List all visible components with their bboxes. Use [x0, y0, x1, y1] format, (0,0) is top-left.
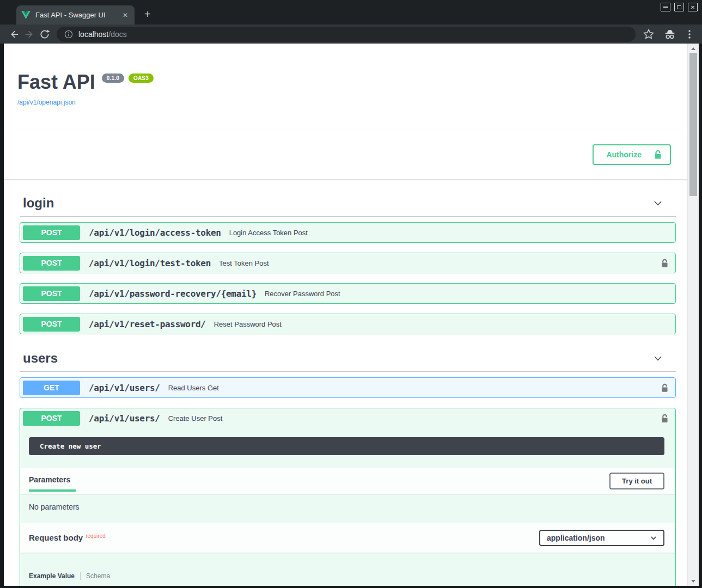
method-badge: POST: [23, 256, 80, 271]
endpoint-summary: Create User Post: [168, 414, 223, 422]
section-title: login: [23, 195, 54, 211]
url-bar[interactable]: localhost/docs: [57, 27, 636, 42]
scrollbar-down-arrow[interactable]: [688, 577, 699, 585]
method-badge: POST: [23, 317, 80, 332]
endpoint-create-user-expanded: POST /api/v1/users/ Create User Post: [20, 408, 676, 586]
parameters-header: Parameters Try it out: [20, 468, 675, 494]
tab-title: Fast API - Swagger UI: [35, 11, 120, 19]
forward-button[interactable]: [22, 27, 37, 42]
version-badge: 0.1.0: [102, 74, 124, 83]
endpoint-summary-row[interactable]: POST /api/v1/reset-password/ Reset Passw…: [20, 314, 675, 334]
close-button[interactable]: ✕: [688, 3, 698, 11]
endpoint-path: /api/v1/login/access-token: [89, 228, 221, 238]
auth-lock-button[interactable]: [661, 383, 669, 393]
endpoint-summary: Reset Password Post: [214, 320, 282, 328]
method-badge: POST: [23, 411, 80, 426]
required-label: required: [86, 533, 106, 539]
no-parameters-text: No parameters: [20, 494, 675, 523]
section-header-users[interactable]: users: [20, 348, 676, 372]
bookmark-star-icon[interactable]: [642, 28, 655, 41]
endpoint-path: /api/v1/users/: [89, 413, 160, 424]
url-text[interactable]: localhost/docs: [78, 30, 127, 39]
endpoint-summary-row[interactable]: GET /api/v1/users/ Read Users Get: [20, 378, 675, 397]
menu-kebab-icon[interactable]: [685, 29, 694, 40]
unlocked-padlock-icon: [661, 383, 669, 393]
window-frame: Fast API 0.1.0 OAS3 /api/v1/openapi.json…: [0, 44, 702, 588]
request-body-label-group: Request bodyrequired: [29, 533, 106, 543]
browser-window: Fast API - Swagger UI ✕ + ✕: [0, 0, 702, 588]
scheme-container: Authorize: [4, 130, 687, 179]
endpoint-summary: Read Users Get: [168, 384, 219, 392]
arrow-right-icon: [23, 28, 35, 40]
unlocked-padlock-icon: [661, 259, 669, 268]
page-title: Fast API: [17, 71, 95, 94]
section-title: users: [23, 351, 58, 366]
section-header-login[interactable]: login: [20, 193, 676, 217]
api-info: Fast API 0.1.0 OAS3 /api/v1/openapi.json: [4, 44, 687, 107]
browser-tab[interactable]: Fast API - Swagger UI ✕: [16, 5, 135, 24]
endpoint-summary: Recover Password Post: [265, 290, 340, 298]
tab-example-value[interactable]: Example Value: [29, 572, 75, 580]
endpoint-path: /api/v1/reset-password/: [89, 319, 206, 329]
endpoint-password-recovery: POST /api/v1/password-recovery/{email} R…: [20, 283, 676, 304]
browser-toolbar: localhost/docs: [0, 24, 702, 44]
model-tabs: Example Value Schema: [29, 572, 664, 580]
unlocked-padlock-icon: [654, 150, 662, 160]
api-title-row: Fast API 0.1.0 OAS3: [17, 71, 687, 94]
incognito-icon: [663, 28, 677, 41]
endpoint-summary-row[interactable]: POST /api/v1/password-recovery/{email} R…: [20, 284, 675, 303]
new-tab-button[interactable]: +: [144, 8, 151, 21]
operation-description: Create new user: [29, 437, 664, 455]
url-path: /docs: [108, 30, 126, 39]
endpoint-login-test-token: POST /api/v1/login/test-token Test Token…: [20, 253, 676, 273]
method-badge: GET: [23, 381, 80, 395]
auth-lock-button[interactable]: [661, 259, 669, 268]
model-example-area: Example Value Schema {: [20, 553, 675, 586]
endpoint-read-users: GET /api/v1/users/ Read Users Get: [20, 377, 676, 398]
page-scrollbar[interactable]: [687, 44, 699, 586]
endpoint-reset-password: POST /api/v1/reset-password/ Reset Passw…: [20, 314, 676, 334]
tab-parameters[interactable]: Parameters: [29, 475, 76, 492]
chevron-down-icon: [650, 535, 657, 541]
endpoint-login-access-token: POST /api/v1/login/access-token Login Ac…: [20, 222, 676, 243]
maximize-icon: [677, 5, 681, 9]
endpoint-summary-row[interactable]: POST /api/v1/users/ Create User Post: [20, 408, 675, 428]
endpoint-summary-row[interactable]: POST /api/v1/login/test-token Test Token…: [20, 253, 675, 273]
method-badge: POST: [23, 286, 80, 301]
endpoint-summary: Test Token Post: [219, 259, 269, 267]
oas3-badge: OAS3: [129, 74, 154, 83]
arrow-left-icon: [8, 28, 20, 40]
unlocked-padlock-icon: [661, 414, 669, 423]
scrollbar-thumb[interactable]: [689, 53, 697, 196]
endpoint-summary: Login Access Token Post: [229, 229, 308, 237]
request-body-header: Request bodyrequired application/json: [20, 523, 675, 553]
try-it-out-button[interactable]: Try it out: [609, 473, 664, 489]
endpoint-path: /api/v1/users/: [89, 383, 160, 393]
operation-body: Create new user Parameters Try it out No…: [20, 437, 675, 586]
auth-lock-button[interactable]: [661, 414, 669, 423]
authorize-label: Authorize: [606, 150, 642, 159]
tab-close-icon[interactable]: ✕: [120, 10, 130, 20]
method-badge: POST: [23, 225, 80, 240]
fastapi-favicon-icon: [21, 11, 30, 19]
tab-separator: [80, 572, 81, 580]
scrollbar-up-arrow[interactable]: [688, 45, 699, 52]
authorize-button[interactable]: Authorize: [593, 144, 671, 165]
chevron-down-icon[interactable]: [652, 352, 664, 364]
minimize-icon: [663, 7, 668, 8]
titlebar: Fast API - Swagger UI ✕ + ✕: [0, 0, 702, 24]
reload-icon: [39, 29, 50, 40]
media-type-select[interactable]: application/json: [539, 530, 664, 546]
openapi-spec-link[interactable]: /api/v1/openapi.json: [17, 99, 76, 106]
chevron-down-icon[interactable]: [652, 197, 664, 209]
minimize-button[interactable]: [661, 3, 670, 11]
endpoint-summary-row[interactable]: POST /api/v1/login/access-token Login Ac…: [20, 223, 675, 242]
url-host: localhost: [78, 30, 108, 39]
back-button[interactable]: [7, 27, 22, 42]
media-type-value: application/json: [547, 534, 605, 542]
tab-schema[interactable]: Schema: [86, 572, 110, 580]
reload-button[interactable]: [37, 27, 52, 42]
page-viewport: Fast API 0.1.0 OAS3 /api/v1/openapi.json…: [4, 44, 699, 586]
maximize-button[interactable]: [674, 3, 684, 11]
site-info-icon[interactable]: [64, 30, 73, 39]
